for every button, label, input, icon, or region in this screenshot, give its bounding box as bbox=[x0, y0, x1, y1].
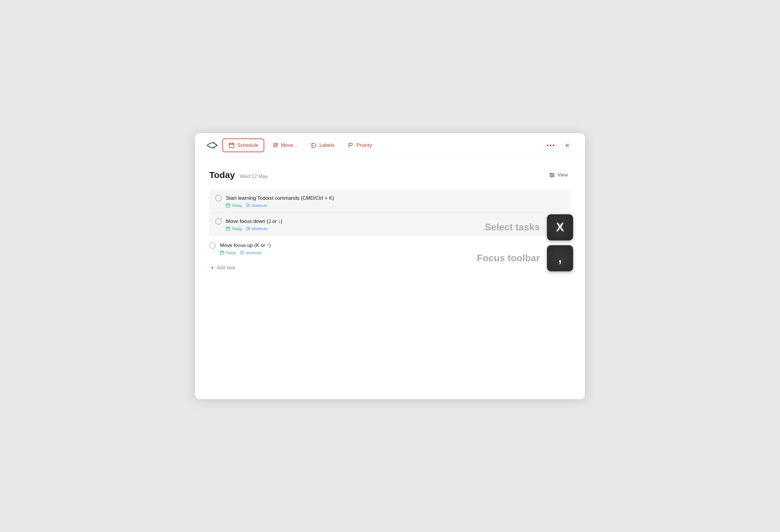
label-icon-1 bbox=[246, 203, 250, 207]
label-icon-3 bbox=[240, 250, 244, 255]
key-x-text: X bbox=[556, 221, 564, 234]
calendar-icon-3 bbox=[220, 250, 224, 255]
task-label-text-3: shortcuts bbox=[246, 250, 261, 255]
title-group: Today Wed 12 May bbox=[209, 170, 268, 180]
shortcut-select-label: Select tasks bbox=[485, 222, 540, 233]
svg-point-9 bbox=[312, 145, 313, 146]
task-label-tag-2[interactable]: shortcuts bbox=[246, 227, 267, 231]
shortcut-item-focus: Focus toolbar , bbox=[477, 245, 573, 271]
key-badge-x: X bbox=[547, 214, 573, 240]
task-date-tag-1[interactable]: Today bbox=[226, 203, 242, 208]
priority-button[interactable]: Priority bbox=[342, 139, 378, 152]
priority-icon bbox=[347, 142, 354, 149]
add-task-plus-icon: + bbox=[210, 264, 214, 271]
back-arrow-icon[interactable] bbox=[206, 141, 218, 149]
priority-label: Priority bbox=[356, 142, 372, 148]
task-item: Start learning Todoist commands (CMD/Ctr… bbox=[209, 190, 571, 213]
task-meta-1: Today shortcuts bbox=[226, 203, 565, 208]
view-icon bbox=[549, 172, 555, 178]
task-title-1: Start learning Todoist commands (CMD/Ctr… bbox=[226, 195, 334, 201]
calendar-icon-1 bbox=[226, 203, 230, 207]
move-label: Move... bbox=[281, 142, 298, 148]
move-button[interactable]: Move... bbox=[266, 139, 303, 152]
svg-rect-24 bbox=[220, 251, 224, 254]
more-dots: ••• bbox=[547, 142, 555, 149]
view-button[interactable]: View bbox=[546, 170, 571, 180]
more-button[interactable]: ••• bbox=[543, 140, 559, 151]
labels-label: Labels bbox=[320, 142, 334, 148]
svg-point-13 bbox=[550, 173, 551, 174]
svg-rect-20 bbox=[226, 227, 230, 230]
svg-rect-0 bbox=[229, 143, 234, 148]
task-date-tag-2[interactable]: Today bbox=[226, 227, 242, 231]
key-comma-text: , bbox=[558, 251, 562, 265]
shortcut-focus-label: Focus toolbar bbox=[477, 253, 540, 263]
task-checkbox-2[interactable] bbox=[215, 218, 222, 225]
page-header: Today Wed 12 May View bbox=[209, 170, 571, 180]
schedule-button[interactable]: Schedule bbox=[222, 139, 264, 152]
calendar-icon-2 bbox=[226, 227, 230, 231]
page-title: Today bbox=[209, 170, 235, 180]
svg-point-14 bbox=[552, 175, 554, 176]
key-badge-comma: , bbox=[547, 245, 573, 271]
page-date: Wed 12 May bbox=[240, 174, 268, 180]
shortcuts-overlay: Select tasks X Focus toolbar , bbox=[477, 214, 573, 271]
task-label-tag-1[interactable]: shortcuts bbox=[246, 203, 267, 208]
labels-button[interactable]: Labels bbox=[305, 139, 340, 152]
task-checkbox-3[interactable] bbox=[209, 242, 216, 249]
schedule-icon bbox=[228, 142, 235, 149]
task-label-text-1: shortcuts bbox=[252, 203, 267, 208]
svg-rect-16 bbox=[226, 204, 230, 207]
task-date-text-1: Today bbox=[232, 203, 242, 208]
task-date-text-3: Today bbox=[226, 250, 236, 255]
schedule-label: Schedule bbox=[237, 142, 258, 148]
labels-icon bbox=[311, 142, 317, 149]
task-checkbox-1[interactable] bbox=[215, 195, 222, 201]
task-title-3: Move focus up (K or ↑) bbox=[220, 243, 271, 248]
label-icon-2 bbox=[246, 227, 250, 231]
svg-point-15 bbox=[551, 176, 552, 177]
task-row: Start learning Todoist commands (CMD/Ctr… bbox=[215, 195, 565, 201]
toolbar: Schedule Move... Labels bbox=[195, 133, 585, 158]
close-button[interactable]: × bbox=[562, 139, 573, 152]
task-title-2: Move focus down (J or ↓) bbox=[226, 219, 282, 225]
add-task-label: Add task bbox=[217, 265, 235, 271]
main-content: Today Wed 12 May View bbox=[195, 158, 585, 283]
app-window: Schedule Move... Labels bbox=[195, 133, 585, 399]
move-icon bbox=[272, 142, 279, 149]
close-icon: × bbox=[565, 141, 570, 150]
task-label-text-2: shortcuts bbox=[252, 227, 267, 231]
task-date-tag-3[interactable]: Today bbox=[220, 250, 236, 255]
task-label-tag-3[interactable]: shortcuts bbox=[240, 250, 261, 255]
view-label: View bbox=[558, 173, 568, 178]
shortcut-item-select: Select tasks X bbox=[485, 214, 573, 240]
task-date-text-2: Today bbox=[232, 227, 242, 231]
